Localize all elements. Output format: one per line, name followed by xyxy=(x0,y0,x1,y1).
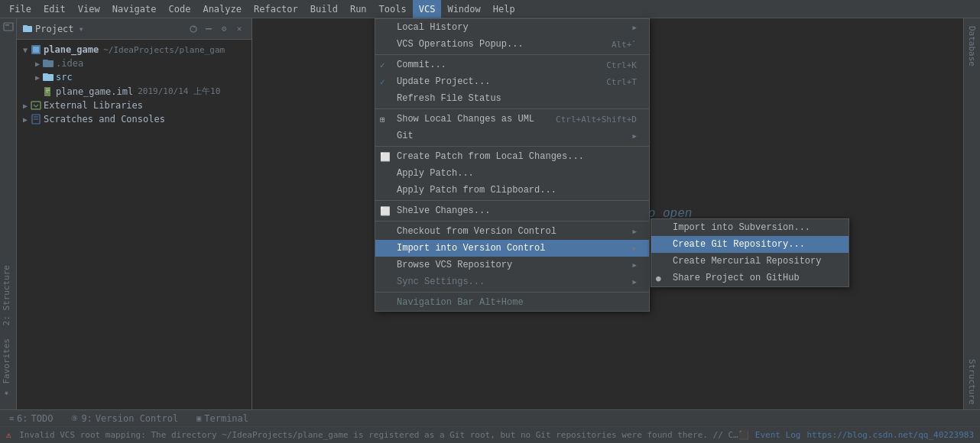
svg-rect-7 xyxy=(33,47,39,53)
tree-arrow: ▼ xyxy=(20,46,31,54)
settings-btn[interactable]: ⚙ xyxy=(218,23,230,35)
svg-rect-9 xyxy=(43,60,48,62)
menu-edit[interactable]: Edit xyxy=(37,0,72,18)
close-panel-btn[interactable]: ✕ xyxy=(233,23,245,35)
tab-version-control[interactable]: ⑨ 9: Version Control xyxy=(68,412,181,425)
menu-run[interactable]: Run xyxy=(344,0,373,18)
collapse-all-btn[interactable] xyxy=(203,23,215,35)
tree-item-plane-game[interactable]: ▼ plane_game ~/IdeaProjects/plane_gam xyxy=(17,43,251,57)
menu-shelve[interactable]: ⬜ Shelve Changes... xyxy=(375,202,649,219)
menu-window[interactable]: Window xyxy=(441,0,486,18)
tab-todo[interactable]: ≡ 6: TODO xyxy=(6,412,56,425)
menu-update-project[interactable]: ✓ Update Project... Ctrl+T xyxy=(375,73,649,90)
shelve-label: Shelve Changes... xyxy=(397,205,637,216)
menu-create-mercurial[interactable]: Create Mercurial Repository xyxy=(651,253,849,270)
svg-rect-14 xyxy=(46,90,50,91)
menu-share-github[interactable]: ● Share Project on GitHub xyxy=(651,270,849,286)
event-log-label: Event Log xyxy=(755,430,801,440)
iml-file-label: plane_game.iml xyxy=(56,86,133,97)
menu-tools[interactable]: Tools xyxy=(373,0,413,18)
tab-terminal[interactable]: ▣ Terminal xyxy=(193,412,251,425)
menu-code[interactable]: Code xyxy=(163,0,197,18)
status-bar-left: ⚠ Invalid VCS root mapping: The director… xyxy=(6,430,738,440)
terminal-label: Terminal xyxy=(204,413,248,424)
menu-view[interactable]: View xyxy=(72,0,106,18)
menu-create-git[interactable]: Create Git Repository... xyxy=(651,236,849,253)
menu-divider-1 xyxy=(375,54,649,55)
svg-rect-5 xyxy=(206,28,212,30)
tree-item-iml[interactable]: plane_game.iml 2019/10/14 上午10 xyxy=(17,84,251,99)
menu-refresh-status[interactable]: Refresh File Status xyxy=(375,90,649,107)
menu-nav-bar[interactable]: Navigation Bar Alt+Home xyxy=(375,294,649,311)
favorites-vertical-label[interactable]: ★ Favorites xyxy=(0,334,16,403)
menu-local-history[interactable]: Local History xyxy=(375,19,649,36)
checkout-label: Checkout from Version Control xyxy=(397,226,633,237)
import-vcs-label: Import into Version Control xyxy=(397,243,633,254)
menu-sync-settings[interactable]: Sync Settings... xyxy=(375,273,649,290)
menu-checkout[interactable]: Checkout from Version Control xyxy=(375,223,649,240)
project-actions: ⚙ ✕ xyxy=(187,23,245,35)
structure-vertical-label[interactable]: 2: Structure xyxy=(0,260,16,330)
menu-file[interactable]: File xyxy=(3,0,37,18)
update-project-label: Update Project... xyxy=(397,76,591,87)
create-patch-label: Create Patch from Local Changes... xyxy=(397,151,637,162)
menu-analyze[interactable]: Analyze xyxy=(196,0,248,18)
folder-icon xyxy=(43,58,54,69)
menu-git[interactable]: Git xyxy=(375,128,649,144)
sync-project-btn[interactable] xyxy=(187,23,200,35)
commit-icon: ✓ xyxy=(380,60,385,70)
menu-import-vcs[interactable]: Import into Version Control xyxy=(375,240,649,257)
iml-file-meta: 2019/10/14 上午10 xyxy=(138,86,220,97)
menu-refactor[interactable]: Refactor xyxy=(248,0,304,18)
import-submenu: Import into Subversion... Create Git Rep… xyxy=(651,218,849,287)
ext-libs-icon xyxy=(31,100,41,111)
status-bar: ⚠ Invalid VCS root mapping: The director… xyxy=(0,426,980,443)
menu-vcs[interactable]: VCS xyxy=(413,0,442,18)
database-vertical-label[interactable]: Database xyxy=(965,21,978,71)
menu-import-subversion[interactable]: Import into Subversion... xyxy=(651,219,849,236)
menu-apply-patch[interactable]: Apply Patch... xyxy=(375,165,649,182)
menu-vcs-operations[interactable]: VCS Operations Popup... Alt+` xyxy=(375,36,649,53)
dropdown-arrow-icon[interactable]: ▾ xyxy=(79,24,84,34)
apply-clipboard-label: Apply Patch from Clipboard... xyxy=(397,185,637,196)
menu-commit[interactable]: ✓ Commit... Ctrl+K xyxy=(375,57,649,73)
menu-divider-5 xyxy=(375,221,649,222)
project-icon[interactable] xyxy=(0,18,17,35)
menu-navigate[interactable]: Navigate xyxy=(106,0,163,18)
status-warning-icon: ⚠ xyxy=(6,430,11,440)
menu-help[interactable]: Help xyxy=(487,0,521,18)
menu-create-patch[interactable]: ⬜ Create Patch from Local Changes... xyxy=(375,148,649,165)
status-bar-text: Invalid VCS root mapping: The directory … xyxy=(19,430,738,440)
tree-item-ext-libs[interactable]: ▶ External Libraries xyxy=(17,99,251,112)
structure-right-vertical-label[interactable]: Structure xyxy=(965,354,978,409)
commit-label: Commit... xyxy=(397,60,591,70)
menu-divider-2 xyxy=(375,108,649,109)
project-panel-header: Project ▾ ⚙ ✕ xyxy=(17,18,251,40)
svg-rect-15 xyxy=(46,92,48,92)
todo-number: 6: xyxy=(17,413,28,424)
apply-patch-label: Apply Patch... xyxy=(397,168,637,179)
left-side-panel: 2: Structure ★ Favorites xyxy=(0,18,17,409)
svg-rect-13 xyxy=(46,89,50,89)
tree-item-idea[interactable]: ▶ .idea xyxy=(17,57,251,70)
tree-item-scratches[interactable]: ▶ Scratches and Consoles xyxy=(17,112,251,126)
menu-build[interactable]: Build xyxy=(304,0,344,18)
menu-apply-clipboard[interactable]: Apply Patch from Clipboard... xyxy=(375,182,649,199)
import-subversion-label: Import into Subversion... xyxy=(673,222,836,233)
sync-settings-label: Sync Settings... xyxy=(397,276,633,287)
git-label: Git xyxy=(397,131,633,141)
project-title: Project ▾ xyxy=(23,24,84,34)
scratches-icon xyxy=(31,114,41,124)
menu-divider-3 xyxy=(375,146,649,147)
status-bar-url[interactable]: https://blog.csdn.net/qq_40223983 xyxy=(806,430,974,440)
menu-browse-vcs[interactable]: Browse VCS Repository xyxy=(375,257,649,273)
tree-arrow-src: ▶ xyxy=(32,73,43,82)
show-uml-label: Show Local Changes as UML xyxy=(397,114,540,124)
project-root-meta: ~/IdeaProjects/plane_gam xyxy=(103,45,225,55)
tree-item-src[interactable]: ▶ src xyxy=(17,70,251,84)
menu-show-uml[interactable]: ⊞ Show Local Changes as UML Ctrl+Alt+Shi… xyxy=(375,111,649,128)
github-icon: ● xyxy=(656,273,661,283)
status-bar-right: ⬛ Event Log https://blog.csdn.net/qq_402… xyxy=(738,430,974,440)
uml-icon: ⊞ xyxy=(380,115,385,124)
update-icon: ✓ xyxy=(380,77,385,87)
